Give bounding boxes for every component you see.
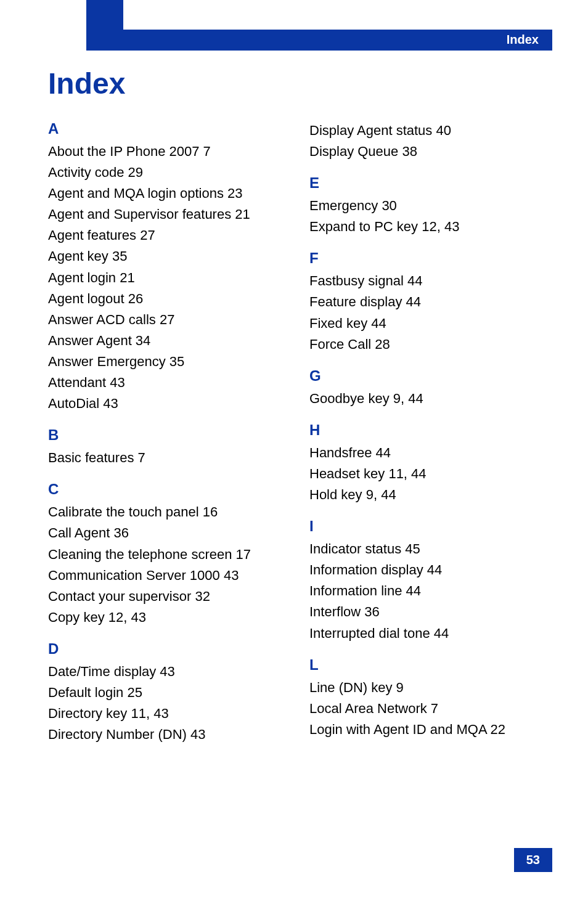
section-letter-c: C <box>48 481 291 498</box>
right-column: Display Agent status 40 Display Queue 38… <box>309 120 552 757</box>
section-e: E Emergency 30 Expand to PC key 12, 43 <box>309 174 552 237</box>
section-l: L Line (DN) key 9 Local Area Network 7 L… <box>309 656 552 740</box>
index-entry: Agent logout 26 <box>48 288 291 309</box>
header-label: Index <box>507 33 539 47</box>
index-entry: Force Call 28 <box>309 334 552 355</box>
index-entry: Fixed key 44 <box>309 313 552 334</box>
index-entry: Answer ACD calls 27 <box>48 309 291 330</box>
index-entry: Communication Server 1000 43 <box>48 565 291 586</box>
section-d: D Date/Time display 43 Default login 25 … <box>48 640 291 745</box>
section-letter-e: E <box>309 174 552 192</box>
section-letter-i: I <box>309 518 552 535</box>
index-entry: Copy key 12, 43 <box>48 607 291 628</box>
index-entry: Feature display 44 <box>309 291 552 312</box>
index-entry: Agent login 21 <box>48 267 291 288</box>
section-d-continued: Display Agent status 40 Display Queue 38 <box>309 120 552 162</box>
section-a: A About the IP Phone 2007 7 Activity cod… <box>48 120 291 414</box>
index-entry: Fastbusy signal 44 <box>309 271 552 291</box>
index-entry: Headset key 11, 44 <box>309 463 552 484</box>
index-entry: Call Agent 36 <box>48 523 291 544</box>
index-entry: Agent and MQA login options 23 <box>48 183 291 204</box>
index-entry: Agent key 35 <box>48 246 291 267</box>
section-letter-d: D <box>48 640 291 658</box>
index-entry: Interflow 36 <box>309 601 552 622</box>
index-entry: Display Queue 38 <box>309 141 552 162</box>
index-entry: Hold key 9, 44 <box>309 484 552 505</box>
section-f: F Fastbusy signal 44 Feature display 44 … <box>309 250 552 354</box>
index-entry: Answer Emergency 35 <box>48 351 291 372</box>
index-entry: Indicator status 45 <box>309 539 552 560</box>
index-columns: A About the IP Phone 2007 7 Activity cod… <box>48 120 552 757</box>
index-entry: About the IP Phone 2007 7 <box>48 141 291 162</box>
section-letter-b: B <box>48 426 291 444</box>
index-entry: Directory Number (DN) 43 <box>48 724 291 745</box>
index-entry: Goodbye key 9, 44 <box>309 388 552 409</box>
index-entry: Login with Agent ID and MQA 22 <box>309 719 552 740</box>
section-letter-a: A <box>48 120 291 137</box>
page-number: 53 <box>514 848 552 872</box>
index-entry: Interrupted dial tone 44 <box>309 623 552 644</box>
index-entry: AutoDial 43 <box>48 393 291 414</box>
index-entry: Cleaning the telephone screen 17 <box>48 544 291 565</box>
index-entry: Display Agent status 40 <box>309 120 552 141</box>
section-g: G Goodbye key 9, 44 <box>309 367 552 409</box>
index-entry: Answer Agent 34 <box>48 330 291 351</box>
section-h: H Handsfree 44 Headset key 11, 44 Hold k… <box>309 422 552 505</box>
section-i: I Indicator status 45 Information displa… <box>309 518 552 643</box>
index-entry: Emergency 30 <box>309 195 552 216</box>
index-entry: Line (DN) key 9 <box>309 677 552 698</box>
section-letter-g: G <box>309 367 552 385</box>
index-entry: Default login 25 <box>48 682 291 703</box>
section-letter-f: F <box>309 250 552 267</box>
index-entry: Contact your supervisor 32 <box>48 586 291 607</box>
index-entry: Agent and Supervisor features 21 <box>48 204 291 225</box>
index-entry: Information line 44 <box>309 581 552 601</box>
index-entry: Expand to PC key 12, 43 <box>309 216 552 237</box>
index-entry: Attendant 43 <box>48 372 291 393</box>
header-bar <box>86 30 552 51</box>
section-c: C Calibrate the touch panel 16 Call Agen… <box>48 481 291 628</box>
index-entry: Date/Time display 43 <box>48 661 291 682</box>
index-entry: Calibrate the touch panel 16 <box>48 502 291 523</box>
page: Index Index A About the IP Phone 2007 7 … <box>0 0 588 909</box>
index-entry: Handsfree 44 <box>309 442 552 463</box>
section-b: B Basic features 7 <box>48 426 291 468</box>
left-column: A About the IP Phone 2007 7 Activity cod… <box>48 120 291 757</box>
section-letter-l: L <box>309 656 552 674</box>
index-entry: Agent features 27 <box>48 225 291 246</box>
index-entry: Basic features 7 <box>48 447 291 468</box>
page-title: Index <box>48 67 125 100</box>
index-entry: Activity code 29 <box>48 162 291 183</box>
index-entry: Local Area Network 7 <box>309 698 552 719</box>
section-letter-h: H <box>309 422 552 439</box>
index-entry: Information display 44 <box>309 560 552 581</box>
index-entry: Directory key 11, 43 <box>48 703 291 724</box>
